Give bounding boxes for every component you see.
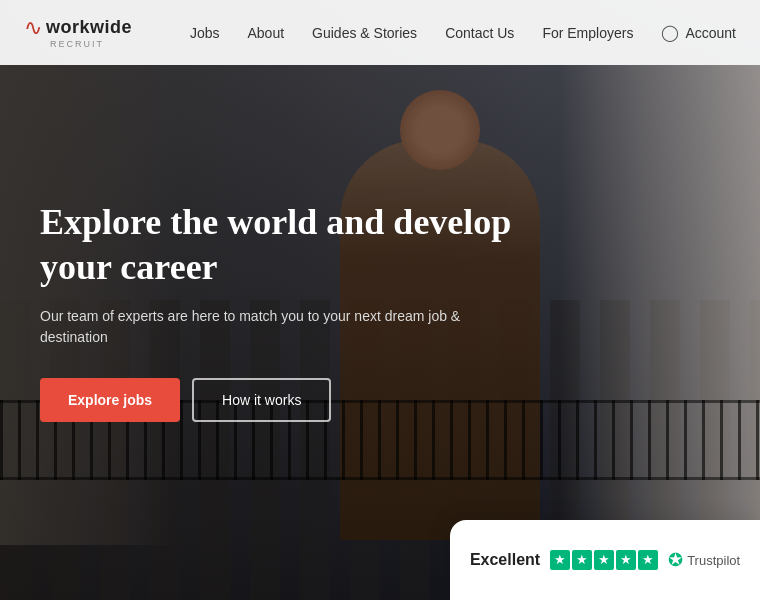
- trustpilot-label: Excellent: [470, 551, 540, 569]
- explore-jobs-button[interactable]: Explore jobs: [40, 378, 180, 422]
- logo-icon: ∿: [24, 17, 42, 39]
- trustpilot-stars: [550, 550, 658, 570]
- star-5: [638, 550, 658, 570]
- nav-item-jobs[interactable]: Jobs: [190, 25, 220, 41]
- hero-subtitle: Our team of experts are here to match yo…: [40, 306, 520, 348]
- nav-links: Jobs About Guides & Stories Contact Us F…: [190, 24, 634, 42]
- nav-item-contact[interactable]: Contact Us: [445, 25, 514, 41]
- star-3: [594, 550, 614, 570]
- hero-content: Explore the world and develop your caree…: [40, 200, 520, 422]
- trustpilot-text: Trustpilot: [687, 553, 740, 568]
- logo[interactable]: ∿ workwide RECRUIT: [24, 17, 132, 49]
- navigation: ∿ workwide RECRUIT Jobs About Guides & S…: [0, 0, 760, 65]
- account-button[interactable]: ◯ Account: [661, 23, 736, 42]
- trustpilot-icon: ✪: [668, 549, 683, 571]
- how-it-works-button[interactable]: How it works: [192, 378, 331, 422]
- trustpilot-logo: ✪ Trustpilot: [668, 549, 740, 571]
- hero-buttons: Explore jobs How it works: [40, 378, 520, 422]
- logo-text: workwide: [46, 17, 132, 38]
- nav-item-employers[interactable]: For Employers: [542, 25, 633, 41]
- account-label: Account: [685, 25, 736, 41]
- nav-item-guides[interactable]: Guides & Stories: [312, 25, 417, 41]
- trustpilot-card: Excellent ✪ Trustpilot: [450, 520, 760, 600]
- logo-subtitle: RECRUIT: [50, 39, 132, 49]
- star-2: [572, 550, 592, 570]
- star-1: [550, 550, 570, 570]
- hon-wot-text: Hon Wot: [40, 499, 90, 515]
- nav-item-about[interactable]: About: [247, 25, 284, 41]
- hero-title: Explore the world and develop your caree…: [40, 200, 520, 290]
- person-icon: ◯: [661, 23, 679, 42]
- star-4: [616, 550, 636, 570]
